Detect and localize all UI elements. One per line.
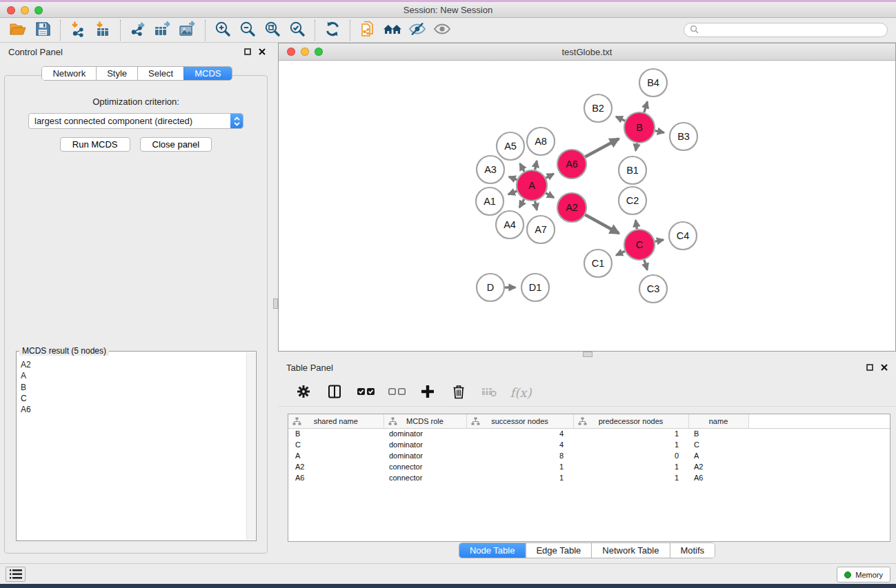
edge-C-C3[interactable] xyxy=(644,260,648,270)
edge-A-A6[interactable] xyxy=(546,174,553,178)
edge-C-C2[interactable] xyxy=(636,221,637,230)
cell-mcds-role[interactable]: connector xyxy=(384,461,466,472)
close-window-button[interactable] xyxy=(7,6,15,14)
edge-A-A8[interactable] xyxy=(535,161,537,170)
graph-node-A1[interactable]: A1 xyxy=(476,187,504,215)
add-button[interactable] xyxy=(417,383,438,403)
cell-successor-nodes[interactable]: 1 xyxy=(466,472,573,483)
mcds-result-item[interactable]: B xyxy=(21,382,246,393)
left-dock-splitter-handle[interactable] xyxy=(273,298,278,309)
graph-node-B1[interactable]: B1 xyxy=(619,156,646,184)
save-session-button[interactable] xyxy=(30,19,55,41)
zoom-selected-button[interactable] xyxy=(285,19,310,41)
graph-node-A3[interactable]: A3 xyxy=(477,156,504,183)
edge-B-B2[interactable] xyxy=(616,116,625,121)
export-table-button[interactable] xyxy=(150,19,175,41)
edge-B-B4[interactable] xyxy=(644,102,648,112)
show-graphics-details-button[interactable] xyxy=(430,19,455,41)
open-file-button[interactable] xyxy=(6,19,30,41)
refresh-button[interactable] xyxy=(320,19,345,41)
horizontal-splitter-handle[interactable] xyxy=(583,352,593,357)
result-list-scrollbar[interactable] xyxy=(246,352,255,540)
graph-node-A5[interactable]: A5 xyxy=(497,132,524,160)
export-network-button[interactable] xyxy=(126,19,150,41)
cell-name[interactable]: A2 xyxy=(688,461,748,472)
edge-A-A4[interactable] xyxy=(519,199,524,207)
graph-node-A[interactable]: A xyxy=(517,170,547,201)
cell-predecessor-nodes[interactable]: 0 xyxy=(573,450,688,461)
close-panel-button[interactable]: Close panel xyxy=(140,137,212,152)
tab-select[interactable]: Select xyxy=(137,67,183,80)
close-panel-icon[interactable] xyxy=(259,47,266,57)
graph-node-D[interactable]: D xyxy=(477,274,504,301)
zoom-in-button[interactable] xyxy=(210,19,235,41)
graph-node-B3[interactable]: B3 xyxy=(670,123,697,150)
tab-motifs[interactable]: Motifs xyxy=(669,543,715,558)
network-graph-canvas[interactable]: AA1A2A3A4A5A6A7A8BB1B2B3B4CC1C2C3C4DD1 xyxy=(279,61,895,351)
import-table-button[interactable] xyxy=(90,19,115,41)
tab-network-table[interactable]: Network Table xyxy=(591,543,669,558)
graph-node-C[interactable]: C xyxy=(624,230,655,260)
cell-mcds-role[interactable]: dominator xyxy=(384,450,466,461)
cell-shared-name[interactable]: A2 xyxy=(288,461,384,472)
graph-node-A8[interactable]: A8 xyxy=(527,128,555,155)
tab-edge-table[interactable]: Edge Table xyxy=(525,543,591,558)
network-from-file-button[interactable] xyxy=(355,19,380,41)
mcds-result-item[interactable]: C xyxy=(21,393,246,404)
edge-B-B3[interactable] xyxy=(655,131,664,133)
cell-mcds-role[interactable]: dominator xyxy=(384,428,466,439)
columns-button[interactable] xyxy=(324,383,345,403)
cell-predecessor-nodes[interactable]: 1 xyxy=(573,461,688,472)
graph-node-C3[interactable]: C3 xyxy=(639,275,667,303)
graph-node-A6[interactable]: A6 xyxy=(557,150,586,179)
cell-name[interactable]: C xyxy=(688,439,748,450)
cell-successor-nodes[interactable]: 8 xyxy=(466,450,573,461)
zoom-out-button[interactable] xyxy=(235,19,260,41)
cell-shared-name[interactable]: C xyxy=(288,439,384,450)
edge-A2-C[interactable] xyxy=(585,215,619,234)
float-table-panel-icon[interactable] xyxy=(866,363,873,373)
memory-button[interactable]: Memory xyxy=(837,567,890,582)
search-input[interactable] xyxy=(702,26,882,35)
hide-graphics-details-button[interactable] xyxy=(405,19,430,41)
cell-shared-name[interactable]: A xyxy=(288,450,384,461)
network-minimize-button[interactable] xyxy=(301,48,309,56)
mcds-result-item[interactable]: A6 xyxy=(21,404,246,415)
cell-predecessor-nodes[interactable]: 1 xyxy=(573,439,688,450)
column-header-MCDS-role[interactable]: MCDS role xyxy=(384,414,466,428)
search-box[interactable] xyxy=(684,23,888,37)
mcds-result-item[interactable]: A xyxy=(21,370,246,381)
table-row[interactable]: A2connector11A2 xyxy=(288,461,890,472)
optimization-criterion-dropdown[interactable]: largest connected component (directed) xyxy=(28,113,243,129)
graph-node-A4[interactable]: A4 xyxy=(496,211,524,239)
cell-mcds-role[interactable]: connector xyxy=(384,472,466,483)
table-row[interactable]: Bdominator41B xyxy=(288,428,890,439)
table-row[interactable]: Cdominator41C xyxy=(288,439,890,450)
tab-node-table[interactable]: Node Table xyxy=(459,543,526,558)
tab-network[interactable]: Network xyxy=(42,67,96,80)
cell-shared-name[interactable]: A6 xyxy=(288,472,384,483)
edge-A-A3[interactable] xyxy=(509,176,517,180)
cell-name[interactable]: A xyxy=(688,450,748,461)
edge-A-A2[interactable] xyxy=(546,193,554,198)
edge-A-A7[interactable] xyxy=(535,201,537,210)
table-row[interactable]: A6connector11A6 xyxy=(288,472,890,483)
task-history-button[interactable] xyxy=(6,567,26,582)
minimize-window-button[interactable] xyxy=(21,6,29,14)
gear-button[interactable] xyxy=(293,383,314,403)
mcds-result-item[interactable]: A2 xyxy=(21,359,246,370)
column-header-successor-nodes[interactable]: successor nodes xyxy=(466,414,573,428)
run-mcds-button[interactable]: Run MCDS xyxy=(60,137,130,152)
zoom-fit-button[interactable] xyxy=(260,19,285,41)
column-header-shared-name[interactable]: shared name xyxy=(288,414,384,428)
cell-mcds-role[interactable]: dominator xyxy=(384,439,466,450)
column-header-predecessor-nodes[interactable]: predecessor nodes xyxy=(573,414,688,428)
edge-A-A5[interactable] xyxy=(520,163,524,172)
graph-node-C2[interactable]: C2 xyxy=(619,187,646,214)
graph-node-D1[interactable]: D1 xyxy=(521,274,549,301)
graph-node-C4[interactable]: C4 xyxy=(669,222,697,250)
cell-successor-nodes[interactable]: 1 xyxy=(466,461,573,472)
graph-node-A7[interactable]: A7 xyxy=(527,216,555,243)
float-panel-icon[interactable] xyxy=(244,47,251,57)
zoom-window-button[interactable] xyxy=(34,6,43,14)
